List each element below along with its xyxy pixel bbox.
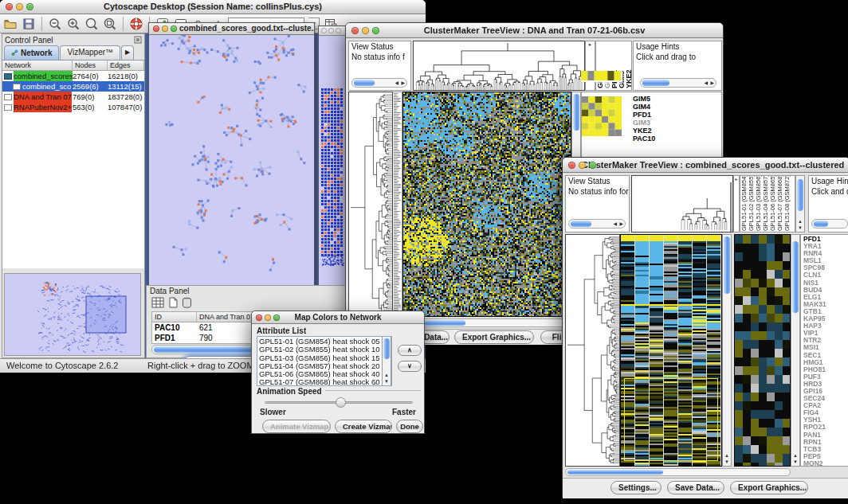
close-icon[interactable]: [256, 315, 262, 321]
column-label[interactable]: GPL51-01 (GSM854): [740, 177, 748, 231]
scroll-left-icon[interactable]: ◀: [395, 80, 398, 87]
zoom-actual-icon[interactable]: [84, 17, 99, 31]
treeview2-titlebar[interactable]: ClusterMaker TreeView : combined_scores_…: [563, 158, 848, 173]
treeview2-hscrollbar[interactable]: [565, 468, 791, 476]
network-overview-canvas[interactable]: [5, 274, 140, 355]
treeview1-heatmap[interactable]: [402, 92, 571, 317]
zoom-window-icon[interactable]: [171, 25, 177, 32]
gene-label[interactable]: YKE2: [633, 127, 655, 135]
export-graphics-button[interactable]: Export Graphics...: [730, 481, 808, 494]
zoom-window-icon[interactable]: [273, 315, 280, 321]
column-label[interactable]: GPL51-03 (GSM856): [755, 177, 762, 231]
scrollbar-thumb[interactable]: [571, 221, 591, 227]
gene-label[interactable]: PAC10: [633, 135, 655, 143]
treeview1-correlation-matrix[interactable]: [582, 96, 622, 136]
open-file-icon[interactable]: [3, 17, 18, 31]
gene-label[interactable]: GIM4: [633, 103, 655, 111]
animation-speed-slider[interactable]: [265, 401, 413, 404]
cytoscape-titlebar[interactable]: Cytoscape Desktop (Session Name: collins…: [0, 0, 426, 14]
scrollbar-thumb[interactable]: [797, 179, 803, 211]
data-col-id[interactable]: ID: [152, 312, 197, 322]
attribute-list-scrollbar[interactable]: ▲ ▼: [382, 337, 391, 385]
network-table-row[interactable]: combined_scores 2764(0) 16218(0): [2, 71, 144, 81]
scrollbar-thumb[interactable]: [419, 320, 465, 326]
move-down-button[interactable]: ∨: [398, 361, 422, 372]
view-status-scrollbar[interactable]: ◀ ▶: [351, 78, 407, 88]
network-table-row[interactable]: combined_sco 2569(6) 13112(15): [2, 81, 144, 92]
column-label[interactable]: GPL51-02 (GSM855): [748, 177, 755, 231]
treeview2-collabel-scrollbar[interactable]: ▲ ▼: [795, 175, 805, 232]
minimize-icon[interactable]: [362, 27, 369, 34]
new-attribute-icon[interactable]: [167, 297, 179, 308]
column-label[interactable]: YKE2: [626, 43, 632, 88]
done-button[interactable]: Done: [396, 420, 423, 433]
scroll-up-icon[interactable]: ▲: [723, 453, 731, 459]
treeview1-column-dendrogram[interactable]: [413, 41, 585, 91]
close-icon[interactable]: [6, 3, 13, 10]
col-network[interactable]: Network: [2, 61, 73, 70]
zoom-window-icon[interactable]: [372, 27, 379, 34]
scrollbar-thumb[interactable]: [792, 241, 799, 313]
scrollbar-thumb[interactable]: [724, 236, 730, 294]
zoom-out-icon[interactable]: [48, 17, 62, 31]
col-edges[interactable]: Edges: [108, 61, 144, 70]
attribute-table-icon[interactable]: [151, 297, 164, 308]
slider-thumb[interactable]: [336, 397, 346, 408]
delete-attribute-icon[interactable]: [182, 297, 192, 308]
column-label[interactable]: GPL51-08 (GSM872): [783, 177, 791, 231]
scrollbar-thumb[interactable]: [354, 80, 375, 86]
tab-overflow-icon[interactable]: ▶: [121, 45, 134, 60]
scroll-left-icon[interactable]: ◀: [613, 221, 617, 228]
scroll-down-icon[interactable]: ▼: [791, 459, 799, 465]
view-status-scrollbar[interactable]: ◀ ▶: [568, 219, 626, 229]
zoom-window-icon[interactable]: [589, 162, 596, 169]
minimize-icon[interactable]: [16, 3, 23, 10]
float-panel-icon[interactable]: [134, 36, 142, 44]
treeview2-zoom-vscrollbar[interactable]: ▲ ▼: [791, 234, 800, 467]
zoom-fit-icon[interactable]: [103, 17, 117, 31]
column-label[interactable]: GPL51-04 (GSM857): [762, 177, 769, 231]
minimize-icon[interactable]: [328, 28, 334, 33]
treeview2-row-dendrogram[interactable]: [565, 234, 620, 467]
treeview1-row-dendrogram[interactable]: [348, 92, 393, 317]
attribute-item[interactable]: GPL51-07 (GSM868) heat shock 60 min: [257, 378, 391, 386]
treeview2-column-dendrogram[interactable]: [631, 175, 733, 232]
minimize-icon[interactable]: [265, 315, 271, 321]
scrollbar-thumb[interactable]: [383, 338, 390, 359]
dialog-titlebar[interactable]: Map Colors to Network: [252, 311, 424, 324]
save-icon[interactable]: [22, 17, 36, 31]
scrollbar-thumb[interactable]: [642, 80, 669, 86]
close-icon[interactable]: [321, 28, 327, 33]
close-icon[interactable]: [568, 162, 575, 169]
column-label[interactable]: GPL51-07 (GSM868): [776, 177, 783, 231]
gene-label[interactable]: GIM3: [633, 119, 655, 127]
col-nodes[interactable]: Nodes: [73, 61, 108, 70]
export-graphics-button[interactable]: Export Graphics...: [454, 330, 534, 344]
usage-hints-scrollbar[interactable]: ◀ ▶: [640, 78, 716, 88]
tab-network[interactable]: Network: [4, 45, 59, 60]
minimize-icon[interactable]: [162, 25, 168, 32]
tab-vizmapper[interactable]: VizMapper™: [60, 45, 120, 60]
gene-label[interactable]: MON2: [803, 460, 848, 467]
close-icon[interactable]: [153, 25, 159, 32]
scroll-down-icon[interactable]: ▼: [383, 379, 391, 385]
minimize-icon[interactable]: [579, 162, 586, 169]
scroll-right-icon[interactable]: ▶: [401, 80, 405, 87]
scroll-left-icon[interactable]: ◀: [704, 80, 708, 87]
disclosure-icon[interactable]: ▸: [586, 41, 595, 48]
zoom-window-icon[interactable]: [336, 28, 341, 33]
treeview2-column-splitter[interactable]: ▸: [733, 175, 740, 232]
network-view-canvas[interactable]: [149, 35, 314, 292]
scrollbar-thumb[interactable]: [567, 470, 663, 475]
zoom-window-icon[interactable]: [26, 3, 33, 10]
scroll-right-icon[interactable]: ▶: [619, 221, 623, 228]
create-vizmap-button[interactable]: Create Vizmap: [335, 420, 392, 433]
treeview1-titlebar[interactable]: ClusterMaker TreeView : DNA and Tran 07-…: [346, 23, 723, 38]
network-table-row[interactable]: RNAPuberNov2+ 563(0) 107847(0): [2, 102, 144, 112]
scrollbar-thumb[interactable]: [814, 221, 828, 227]
scroll-down-icon[interactable]: ▼: [723, 459, 731, 465]
network-table-row[interactable]: DNA and Tran 07 769(0) 183728(0): [2, 92, 144, 102]
treeview2-zoom-heatmap[interactable]: [734, 234, 791, 467]
network-grid-canvas[interactable]: [319, 36, 346, 295]
gene-label[interactable]: PFD1: [633, 111, 655, 119]
